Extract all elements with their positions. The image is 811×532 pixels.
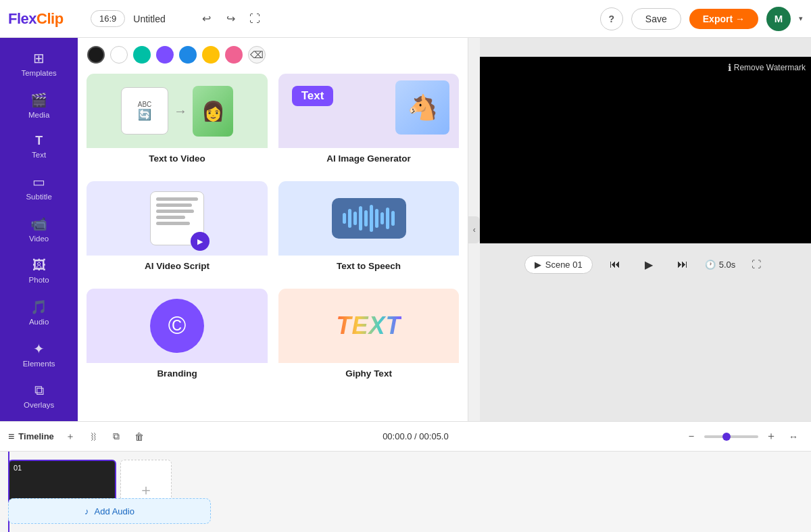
- tool-card-text-speech[interactable]: Text to Speech: [278, 180, 460, 279]
- zoom-out-button[interactable]: －: [683, 428, 700, 445]
- avatar[interactable]: M: [766, 7, 791, 31]
- ai-image-thumbnail: Text 🐴: [278, 74, 460, 148]
- color-pink[interactable]: [225, 46, 243, 64]
- add-scene-button[interactable]: ＋: [61, 427, 80, 446]
- sidebar-item-templates[interactable]: ⊞ Templates: [0, 43, 78, 84]
- templates-icon: ⊞: [33, 50, 45, 66]
- duration-display: 🕐 5.0s: [705, 260, 736, 270]
- ttv-arrow-icon: →: [174, 103, 187, 119]
- play-pause-button[interactable]: ▶: [637, 253, 660, 276]
- save-button[interactable]: Save: [631, 8, 681, 30]
- zoom-slider[interactable]: [704, 435, 758, 438]
- undo-button[interactable]: ↩: [195, 8, 217, 30]
- sidebar-label-media: Media: [28, 111, 49, 119]
- color-yellow[interactable]: [202, 46, 220, 64]
- timeline-icon: ≡: [8, 431, 14, 443]
- wave-bar: [359, 206, 362, 231]
- play-icon-small: ▶: [535, 260, 541, 270]
- tool-card-giphy[interactable]: TEXT Giphy Text: [278, 288, 460, 386]
- export-button[interactable]: Export →: [689, 9, 758, 29]
- photo-icon: 🖼: [32, 258, 46, 273]
- text-icon: T: [35, 134, 43, 148]
- sidebar-item-subtitle[interactable]: ▭ Subtitle: [0, 167, 78, 208]
- undo-redo-group: ↩ ↪ ⛶: [195, 8, 266, 30]
- wave-bar: [386, 208, 389, 229]
- wave-bar: [353, 212, 357, 225]
- timeline-toolbar: ≡ Timeline ＋ ⧚ ⧉ 🗑 00:00.0 / 00:05.0 － ＋…: [0, 421, 811, 451]
- tool-card-ai-image[interactable]: Text 🐴 AI Image Generator: [278, 73, 460, 171]
- panel-collapse-handle[interactable]: ‹: [468, 216, 480, 243]
- timeline-tools-group: ＋ ⧚ ⧉ 🗑: [61, 427, 149, 446]
- wave-bar: [380, 212, 384, 224]
- tool-card-text-to-video[interactable]: ABC🔄 → 👩 Text to Video: [86, 73, 268, 171]
- sidebar-item-photo[interactable]: 🖼 Photo: [0, 251, 78, 291]
- wave-bar: [343, 213, 346, 224]
- color-purple[interactable]: [156, 46, 174, 64]
- wave-bar: [364, 210, 368, 226]
- sidebar-item-audio[interactable]: 🎵 Audio: [0, 292, 78, 333]
- app-logo[interactable]: FlexClip: [8, 10, 82, 28]
- tool-card-ai-script[interactable]: ▶ AI Video Script: [86, 180, 268, 279]
- skip-back-button[interactable]: ⏮: [604, 253, 626, 276]
- expand-button[interactable]: ⛶: [746, 254, 766, 274]
- ai-script-label: AI Video Script: [87, 256, 268, 278]
- project-title[interactable]: Untitled: [133, 14, 187, 24]
- tools-panel: ⌫ ABC🔄 → 👩 Text to Video: [78, 38, 468, 421]
- delete-button[interactable]: 🗑: [130, 427, 149, 446]
- ai-horse-image: 🐴: [395, 80, 449, 135]
- fullscreen-button[interactable]: ⛶: [244, 8, 266, 30]
- timeline-time-display: 00:00.0 / 00:05.0: [155, 431, 676, 441]
- add-audio-label: Add Audio: [95, 506, 134, 516]
- sidebar-item-overlays[interactable]: ⧉ Overlays: [0, 376, 78, 416]
- text-speech-thumbnail: [278, 181, 460, 256]
- video-canvas: ℹ Remove Watermark: [480, 57, 811, 243]
- script-line: [156, 197, 198, 201]
- overlays-icon: ⧉: [34, 383, 44, 398]
- scene-number: 01: [9, 461, 26, 475]
- color-blue[interactable]: [179, 46, 197, 64]
- tts-waveform: [332, 198, 406, 239]
- sidebar-label-elements: Elements: [23, 360, 55, 368]
- sidebar-label-audio: Audio: [29, 318, 49, 326]
- text-to-video-label: Text to Video: [87, 148, 268, 170]
- zoom-controls: － ＋ ↔: [683, 427, 803, 446]
- sidebar-item-elements[interactable]: ✦ Elements: [0, 334, 78, 374]
- watermark-label: Remove Watermark: [734, 63, 806, 72]
- sidebar-label-video: Video: [29, 235, 49, 243]
- color-white[interactable]: [110, 46, 128, 64]
- avatar-dropdown-icon[interactable]: ▾: [799, 14, 803, 23]
- add-audio-button[interactable]: ♪ Add Audio: [8, 498, 211, 524]
- topbar: FlexClip 16:9 Untitled ↩ ↪ ⛶ ? Save Expo…: [0, 0, 811, 38]
- ai-script-thumbnail: ▶: [87, 181, 268, 256]
- wave-bar: [375, 209, 378, 228]
- wave-bar: [348, 209, 351, 228]
- ai-text-label: Text: [292, 86, 334, 106]
- zoom-in-button[interactable]: ＋: [762, 428, 780, 445]
- color-black[interactable]: [87, 46, 105, 64]
- aspect-ratio-button[interactable]: 16:9: [91, 10, 125, 27]
- sidebar-item-media[interactable]: 🎬 Media: [0, 85, 78, 126]
- help-button[interactable]: ?: [600, 7, 623, 30]
- duplicate-button[interactable]: ⧉: [107, 427, 126, 446]
- media-icon: 🎬: [30, 92, 47, 108]
- main-area: ⊞ Templates 🎬 Media T Text ▭ Subtitle 📹 …: [0, 38, 811, 421]
- sidebar-label-photo: Photo: [29, 276, 49, 284]
- sidebar-label-text: Text: [32, 151, 46, 159]
- text-to-video-thumbnail: ABC🔄 → 👩: [87, 74, 268, 148]
- logo-flex: Flex: [8, 10, 36, 27]
- sidebar-item-video[interactable]: 📹 Video: [0, 209, 78, 249]
- redo-button[interactable]: ↪: [220, 8, 241, 30]
- skip-forward-button[interactable]: ⏭: [671, 253, 694, 276]
- fit-button[interactable]: ↔: [784, 427, 803, 446]
- tool-card-branding[interactable]: © Branding: [86, 288, 268, 386]
- split-button[interactable]: ⧚: [84, 427, 103, 446]
- clock-icon: 🕐: [705, 260, 716, 270]
- remove-watermark-button[interactable]: ℹ Remove Watermark: [728, 62, 806, 73]
- music-icon: ♪: [84, 506, 89, 516]
- sidebar-item-text[interactable]: T Text: [0, 127, 78, 166]
- timeline-content: 01 ＋ ♪ Add Audio: [0, 451, 811, 532]
- color-teal[interactable]: [133, 46, 151, 64]
- color-eraser-button[interactable]: ⌫: [248, 46, 266, 64]
- scene-selector[interactable]: ▶ Scene 01: [524, 256, 593, 274]
- script-line: [156, 203, 192, 207]
